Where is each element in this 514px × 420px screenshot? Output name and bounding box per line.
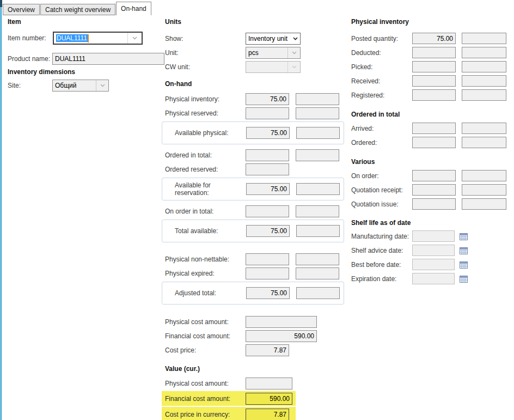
tab-on-hand[interactable]: On-hand [116,2,151,15]
unit-dropdown-button[interactable] [287,47,300,58]
ordered-row: Ordered: [351,137,510,148]
available-physical-qty2-field[interactable] [296,127,340,139]
registered-qty-field[interactable] [412,89,456,101]
registered-qty2-field[interactable] [462,89,506,101]
financial-cost-amount-row: Financial cost amount: 590.00 [165,330,350,342]
product-name-field[interactable]: DUAL1111 [52,53,164,65]
cw-unit-combobox[interactable] [246,61,301,73]
site-combobox[interactable]: Общий [52,80,109,92]
quotation-issue-qty-field[interactable] [412,198,456,210]
tab-catch-weight-overview[interactable]: Catch weight overview [40,4,115,15]
financial-cost-amount-field[interactable]: 590.00 [246,330,317,342]
item-number-label: Item number: [8,34,53,42]
on-order-in-total-qty-field[interactable] [246,205,289,217]
best-before-date-calendar-button[interactable] [459,260,468,269]
window-accent-strip [0,0,2,420]
ordered-qty2-field[interactable] [462,137,506,148]
physical-cost-amount-label: Physical cost amount: [165,318,246,326]
ordered-in-total-label: Ordered in total: [165,151,246,159]
quotation-issue-row: Quotation issue: [351,198,510,210]
posted-quantity-qty-field[interactable]: 75.00 [412,33,456,44]
cost-price-field[interactable]: 7.87 [246,344,289,356]
available-physical-qty-field[interactable]: 75.00 [246,127,290,139]
tab-bar: Overview Catch weight overview On-hand [3,2,152,15]
available-physical-groupbox: Available physical: 75.00 [162,121,344,144]
adjusted-total-qty-field[interactable]: 75.00 [246,287,290,299]
quotation-receipt-qty-field[interactable] [412,184,456,196]
financial-cost-amount-cur-row-highlighted: Financial cost amount: 590.00 [162,391,296,406]
picked-label: Picked: [351,63,412,71]
chevron-down-icon [100,84,105,87]
ordered-in-total-row: Ordered in total: [165,149,350,161]
ordered-reserved-qty-field[interactable] [246,163,289,175]
shelf-advice-date-calendar-button[interactable] [459,246,468,255]
physical-inventory-qty2-field[interactable] [296,93,339,105]
site-value: Общий [53,80,96,91]
financial-cost-amount-cur-label: Financial cost amount: [165,395,246,403]
physical-expired-row: Physical expired: [165,267,350,279]
arrived-qty2-field[interactable] [462,123,506,134]
calendar-icon [460,261,468,269]
physical-non-nettable-label: Physical non-nettable: [165,255,246,263]
product-name-label: Product name: [8,55,52,63]
posted-quantity-qty2-field[interactable] [462,33,506,44]
show-select[interactable]: Inventory unit [246,33,301,45]
show-value: Inventory unit [248,35,293,42]
ordered-in-total-qty2-field[interactable] [296,149,339,161]
shelf-advice-date-field[interactable] [412,245,455,256]
adjusted-total-label: Adjusted total: [166,289,246,297]
quotation-issue-label: Quotation issue: [351,200,412,208]
item-number-dropdown-button[interactable] [127,33,142,44]
deducted-qty2-field[interactable] [462,47,506,58]
available-for-reservation-qty-field[interactable]: 75.00 [246,183,290,195]
received-qty-field[interactable] [412,75,456,87]
physical-expired-qty2-field[interactable] [296,267,339,279]
manufacturing-date-field[interactable] [412,230,455,242]
physical-cost-amount-cur-field[interactable] [246,378,292,389]
expiration-date-calendar-button[interactable] [459,275,468,283]
show-row: Show: Inventory unit [165,33,350,44]
on-order-qty2-field[interactable] [462,170,506,181]
arrived-qty-field[interactable] [412,123,456,134]
picked-qty2-field[interactable] [462,61,506,72]
physical-non-nettable-qty2-field[interactable] [296,253,339,265]
expiration-date-field[interactable] [412,273,455,284]
section-header-inventory-dimensions: Inventory dimensions [8,68,166,76]
total-available-groupbox: Total available: 75.00 [162,220,344,242]
ordered-qty-field[interactable] [412,137,456,148]
physical-expired-qty-field[interactable] [246,267,289,279]
physical-cost-amount-row: Physical cost amount: [165,316,350,328]
cost-price-in-currency-field[interactable]: 7.87 [246,409,289,420]
physical-cost-amount-field[interactable] [246,316,317,328]
received-qty2-field[interactable] [462,75,506,87]
available-for-reservation-row: Available for reservation: 75.00 [166,183,344,195]
quotation-issue-qty2-field[interactable] [462,198,506,210]
physical-reserved-qty-field[interactable] [246,107,289,119]
total-available-qty-field[interactable]: 75.00 [246,225,290,237]
unit-combobox[interactable]: pcs [246,47,301,59]
manufacturing-date-calendar-button[interactable] [459,232,468,241]
quotation-receipt-qty2-field[interactable] [462,184,506,196]
physical-non-nettable-qty-field[interactable] [246,253,289,265]
received-row: Received: [351,75,510,87]
site-dropdown-button[interactable] [96,80,108,91]
text-caret [88,34,89,42]
on-order-in-total-qty2-field[interactable] [296,205,339,217]
received-label: Received: [351,77,412,85]
cw-unit-dropdown-button[interactable] [287,62,300,72]
financial-cost-amount-cur-field[interactable]: 590.00 [246,393,292,405]
item-number-combobox[interactable]: DUAL1111 [53,32,143,45]
available-for-reservation-qty2-field[interactable] [296,183,340,195]
best-before-date-field[interactable] [412,259,455,270]
picked-qty-field[interactable] [412,61,456,72]
posted-quantity-row: Posted quantity: 75.00 [351,33,510,44]
ordered-in-total-qty-field[interactable] [246,149,289,161]
on-order-qty-field[interactable] [412,170,456,181]
physical-reserved-qty2-field[interactable] [296,107,339,119]
tab-overview[interactable]: Overview [3,4,40,15]
adjusted-total-qty2-field[interactable] [296,287,340,299]
total-available-qty2-field[interactable] [296,225,340,237]
physical-inventory-qty-field[interactable]: 75.00 [246,93,289,105]
deducted-qty-field[interactable] [412,47,456,58]
calendar-icon [460,233,468,240]
